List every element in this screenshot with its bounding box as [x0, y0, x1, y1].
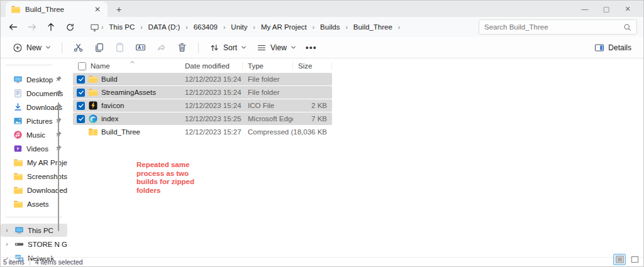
sidebar-scrollbar[interactable]	[58, 102, 59, 231]
sort-button-label: Sort	[223, 43, 237, 52]
sort-arrows-icon	[209, 43, 219, 53]
cut-button[interactable]	[69, 39, 88, 57]
file-type: Compressed (zipp...	[243, 128, 293, 136]
sidebar-item-label: This PC	[28, 227, 67, 234]
maximize-button[interactable]: ▢	[596, 1, 617, 16]
icons-view-toggle[interactable]	[628, 254, 641, 265]
breadcrumb-item[interactable]: Unity	[227, 21, 251, 33]
sidebar-item-label: My AR Project	[27, 159, 67, 166]
file-row[interactable]: favicon12/12/2023 15:24ICO File2 KB	[73, 99, 332, 112]
type-column-header[interactable]: Type	[243, 62, 293, 70]
name-column-header[interactable]: Name	[73, 62, 180, 70]
sidebar-item-store-n-go-e-[interactable]: ›STORE N GO (E:)	[1, 237, 67, 251]
sidebar-item-documents[interactable]: Documents	[1, 87, 67, 100]
folder-icon	[13, 172, 23, 182]
annotation-line: folders	[136, 187, 194, 195]
file-name-label: Build	[101, 75, 118, 83]
view-button[interactable]: View	[252, 39, 301, 57]
up-button[interactable]	[42, 19, 60, 35]
sidebar-pinned-section: DesktopDocumentsDownloadsPicturesMusicVi…	[1, 73, 71, 155]
window-controls: — ▢ ✕	[574, 1, 638, 17]
date-modified-column-header[interactable]: Date modified	[180, 62, 243, 70]
minimize-button[interactable]: —	[574, 1, 596, 16]
file-list: Name Date modified Type Size Build12/12/…	[73, 60, 332, 138]
tab-close-icon[interactable]: ✕	[92, 5, 103, 14]
breadcrumb-separator-icon: ›	[312, 24, 315, 31]
row-checkbox[interactable]	[77, 75, 85, 84]
new-tab-button[interactable]: +	[116, 4, 121, 14]
chevron-right-icon[interactable]: ›	[3, 227, 11, 234]
explorer-body: DesktopDocumentsDownloadsPicturesMusicVi…	[1, 58, 643, 257]
back-button[interactable]	[4, 19, 22, 35]
rename-button[interactable]	[131, 39, 150, 57]
tab-title: Build_Three	[25, 6, 88, 13]
details-view-toggle[interactable]	[613, 254, 626, 265]
file-name-cell: StreamingAssets	[73, 87, 180, 97]
tab-build-three[interactable]: Build_Three ✕	[6, 1, 108, 17]
breadcrumb-item[interactable]: Build_Three	[350, 21, 396, 33]
breadcrumb-item[interactable]: Builds	[316, 21, 343, 33]
select-all-checkbox[interactable]	[78, 62, 86, 70]
folder-icon	[88, 74, 98, 84]
toolbar-separator	[62, 42, 62, 53]
close-button[interactable]: ✕	[617, 1, 638, 16]
file-explorer-window: Build_Three ✕ + — ▢ ✕ ›This PC›DATA (D:)…	[0, 0, 644, 267]
pin-icon	[55, 75, 62, 84]
details-pane-button[interactable]: Details	[590, 39, 636, 57]
copy-button[interactable]	[89, 39, 109, 57]
file-type: File folder	[243, 89, 293, 96]
more-options-button[interactable]: •••	[302, 43, 321, 53]
sidebar-item-label: STORE N GO (E:)	[28, 241, 67, 248]
breadcrumb-item[interactable]: This PC	[105, 21, 138, 33]
breadcrumb-item[interactable]: My AR Project	[257, 21, 311, 33]
music-icon	[13, 130, 23, 139]
breadcrumb-separator-icon: ›	[185, 24, 188, 31]
file-row[interactable]: Build12/12/2023 15:24File folder	[73, 73, 332, 85]
refresh-button[interactable]	[61, 19, 79, 35]
delete-button[interactable]	[172, 39, 192, 57]
file-row[interactable]: index12/12/2023 15:25Microsoft Edge H...…	[73, 112, 332, 125]
sidebar-divider	[6, 65, 52, 65]
navigation-bar: ›This PC›DATA (D:)›663409›Unity›My AR Pr…	[1, 17, 643, 37]
row-checkbox[interactable]	[77, 89, 85, 97]
search-box[interactable]	[479, 19, 637, 35]
search-icon	[623, 23, 631, 31]
file-row[interactable]: Build_Three12/12/2023 15:27Compressed (z…	[73, 126, 332, 138]
share-button	[152, 39, 171, 57]
file-date-modified: 12/12/2023 15:24	[180, 89, 243, 96]
downloads-icon	[13, 102, 23, 112]
breadcrumb-separator-icon: ›	[345, 24, 348, 31]
sort-ascending-icon	[130, 58, 135, 66]
file-row[interactable]: StreamingAssets12/12/2023 15:24File fold…	[73, 86, 332, 99]
paste-button	[110, 39, 130, 57]
row-checkbox[interactable]	[77, 102, 85, 110]
chevron-right-icon[interactable]: ›	[3, 241, 11, 248]
annotation-text: Repeated sameprocess as twobuilds for zi…	[136, 161, 194, 195]
file-size: 7 KB	[293, 115, 332, 123]
breadcrumb-item[interactable]: DATA (D:)	[145, 21, 184, 33]
this-pc-icon	[14, 226, 24, 235]
annotation-line: process as two	[136, 170, 194, 178]
new-button[interactable]: New	[8, 39, 55, 57]
sort-button[interactable]: Sort	[205, 39, 251, 57]
row-checkbox[interactable]	[77, 115, 85, 123]
breadcrumb-item[interactable]: 663409	[190, 21, 221, 33]
sidebar-item-label: Downloaded Im	[27, 187, 67, 194]
file-date-modified: 12/12/2023 15:24	[180, 102, 243, 109]
breadcrumb-separator-icon: ›	[140, 24, 143, 31]
size-column-header[interactable]: Size	[293, 62, 332, 70]
folder-icon	[11, 4, 21, 14]
sidebar-item-desktop[interactable]: Desktop	[1, 73, 67, 86]
breadcrumb-separator-icon: ›	[101, 24, 104, 31]
details-pane-icon	[594, 43, 604, 53]
folder-icon	[88, 87, 98, 97]
breadcrumb-separator-icon: ›	[397, 24, 401, 31]
search-input[interactable]	[484, 23, 623, 31]
sidebar-item-label: Screenshots	[27, 173, 67, 180]
forward-button[interactable]	[23, 19, 41, 35]
file-date-modified: 12/12/2023 15:25	[180, 115, 243, 123]
sidebar-folders-section: My AR ProjectScreenshotsDownloaded ImAss…	[1, 156, 71, 210]
command-toolbar: New Sort View ••• Details	[1, 37, 643, 58]
status-separator	[30, 259, 30, 265]
rename-icon	[135, 42, 146, 53]
